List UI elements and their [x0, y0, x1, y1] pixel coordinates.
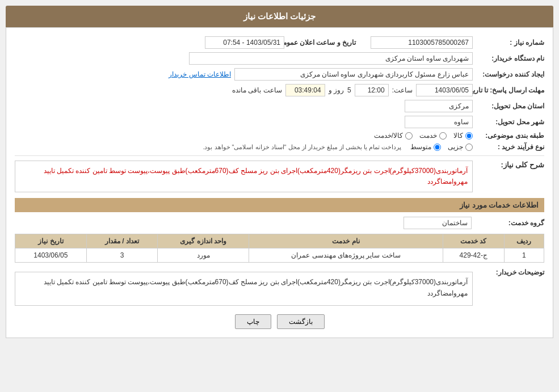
- buttons-row: بازگشت چاپ: [15, 314, 544, 329]
- sharh-label: شرح کلی نیاز:: [476, 161, 544, 169]
- row-sharh: شرح کلی نیاز: آرماتوربندی(37000کیلوگرم)ا…: [15, 161, 544, 192]
- dastgah-label: نام دستگاه خریدار:: [476, 54, 544, 62]
- shomara-value: 1103005785000267: [371, 36, 473, 49]
- col-kod: کد خدمت: [443, 234, 504, 248]
- mohlat-rooz-label: روز و: [329, 86, 344, 94]
- col-nam: نام خدمت: [249, 234, 443, 248]
- col-tedad: تعداد / مقدار: [86, 234, 158, 248]
- page-title: جزئیات اطلاعات نیاز: [243, 11, 316, 21]
- tawzih-label: توضیحات خریدار:: [476, 268, 544, 276]
- page-header: جزئیات اطلاعات نیاز: [6, 6, 553, 27]
- row-goroh: گروه خدمت: ساختمان: [15, 217, 544, 229]
- cell-tedad: 3: [86, 248, 158, 263]
- row-shahr: شهر محل تحویل: ساوه: [15, 116, 544, 128]
- tabaqeh-radio-group: کالا خدمت کالا/خدمت: [374, 132, 473, 140]
- goroh-value: ساختمان: [404, 217, 472, 229]
- cell-tarikh: 1403/06/05: [15, 248, 87, 263]
- nooe-motavasset-item: متوسط: [410, 143, 441, 151]
- page-wrapper: جزئیات اطلاعات نیاز شماره نیاز : 1103005…: [0, 0, 559, 344]
- row-nooe: نوع فرآیند خرید : جزیی متوسط پرداخت تمام…: [15, 143, 544, 151]
- tarikh-value: 1403/05/31 - 07:54: [205, 36, 284, 49]
- tabaqeh-kala-item: کالا: [453, 132, 473, 140]
- tabaqeh-khedmat-radio[interactable]: [439, 132, 447, 140]
- row-tawzih: توضیحات خریدار: آرماتوربندی(37000کیلوگرم…: [15, 268, 544, 306]
- nooe-jozi-label: جزیی: [448, 143, 463, 151]
- tabaqeh-kala-khedmat-label: کالا/خدمت: [374, 132, 403, 140]
- tabaqeh-kala-radio[interactable]: [465, 132, 473, 140]
- col-vahed: واحد اندازه گیری: [158, 234, 249, 248]
- mohlat-saat-label: ساعت:: [392, 86, 413, 94]
- shomara-label: شماره نیاز :: [476, 39, 544, 47]
- tabaqeh-label: طبقه بندی موضوعی:: [476, 132, 544, 140]
- nooe-motavasset-radio[interactable]: [434, 144, 441, 151]
- row-tabaqeh: طبقه بندی موضوعی: کالا خدمت کالا/خدمت: [15, 132, 544, 140]
- main-content: شماره نیاز : 1103005785000267 تاریخ و سا…: [6, 27, 553, 338]
- tabaqeh-kala-label: کالا: [453, 132, 463, 140]
- nooe-jozi-item: جزیی: [448, 143, 473, 151]
- nooe-radio-group: جزیی متوسط: [410, 143, 473, 151]
- mohlat-baqi: 03:49:04: [285, 84, 325, 96]
- ijad-label: ایجاد کننده درخواست:: [476, 70, 544, 78]
- sharh-value: آرماتوربندی(37000کیلوگرم)اجرت بتن ریزمگر…: [15, 161, 473, 192]
- row-shomara: شماره نیاز : 1103005785000267 تاریخ و سا…: [15, 36, 544, 49]
- mohlat-baqi-label: ساعت باقی مانده: [232, 86, 282, 94]
- tabaqeh-kala-khedmat-item: کالا/خدمت: [374, 132, 413, 140]
- tabaqeh-khedmat-label: خدمت: [419, 132, 437, 140]
- nooe-label: نوع فرآیند خرید :: [476, 143, 544, 151]
- ostan-label: استان محل تحویل:: [476, 102, 544, 110]
- col-tarikh: تاریخ نیاز: [15, 234, 87, 248]
- row-dastgah: نام دستگاه خریدار: شهرداری ساوه استان مر…: [15, 52, 544, 65]
- service-table: ردیف کد خدمت نام خدمت واحد اندازه گیری ت…: [15, 234, 544, 263]
- mohlat-date: 1403/06/05: [416, 84, 473, 96]
- nooe-motavasset-label: متوسط: [410, 143, 431, 151]
- ijad-link[interactable]: اطلاعات تماس خریدار: [169, 70, 231, 78]
- row-mohlat: مهلت ارسال پاسخ: تا تاریخ: 1403/06/05 سا…: [15, 84, 544, 96]
- tawzih-value: آرماتوربندی(37000کیلوگرم)اجرت بتن ریزمگر…: [15, 272, 473, 306]
- tabaqeh-khedmat-item: خدمت: [419, 132, 447, 140]
- nooe-jozi-radio[interactable]: [465, 144, 473, 151]
- cell-kod: ج-42-429: [443, 248, 504, 263]
- nooe-note: پرداخت تمام یا بخشی از مبلغ خریدار از مح…: [203, 144, 401, 151]
- mohlat-saat: 12:00: [355, 84, 389, 96]
- cell-radif: 1: [504, 248, 544, 263]
- ostan-value: مرکزی: [405, 100, 473, 112]
- dastgah-value: شهرداری ساوه استان مرکزی: [189, 52, 473, 65]
- shahr-value: ساوه: [405, 116, 473, 128]
- tarikh-label: تاریخ و ساعت اعلان عمومی:: [288, 39, 356, 47]
- cell-vahed: مورد: [158, 248, 249, 263]
- ijad-value: عباس زارع مسئول کاربردازی شهرداری ساوه ا…: [234, 68, 473, 81]
- row-ostan: استان محل تحویل: مرکزی: [15, 100, 544, 112]
- goroh-label: گروه خدمت:: [476, 219, 544, 227]
- mohlat-label: مهلت ارسال پاسخ: تا تاریخ:: [476, 86, 544, 94]
- table-row: 1ج-42-429ساخت سایر پروژه‌های مهندسی عمرا…: [15, 248, 544, 263]
- bazgasht-button[interactable]: بازگشت: [277, 314, 325, 329]
- chap-button[interactable]: چاپ: [235, 314, 271, 329]
- cell-nam: ساخت سایر پروژه‌های مهندسی عمران: [249, 248, 443, 263]
- col-radif: ردیف: [504, 234, 544, 248]
- khadamat-header: اطلاعات خدمات مورد نیاز: [15, 198, 544, 212]
- shahr-label: شهر محل تحویل:: [476, 118, 544, 126]
- tabaqeh-kala-khedmat-radio[interactable]: [405, 132, 413, 140]
- mohlat-rooz: 5: [347, 86, 351, 94]
- row-ijad: ایجاد کننده درخواست: عباس زارع مسئول کار…: [15, 68, 544, 81]
